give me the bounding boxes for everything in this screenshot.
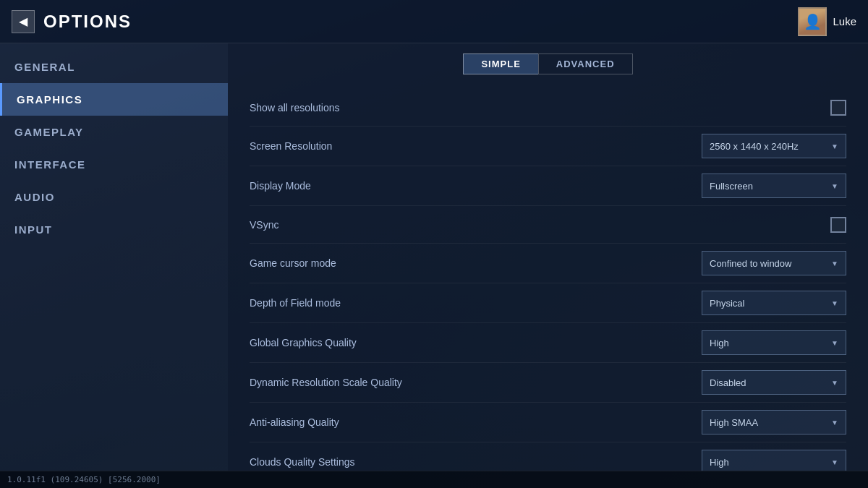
username-label: Luke <box>833 15 856 27</box>
setting-control-global-graphics: High ▼ <box>702 330 846 355</box>
dropdown-value-depth-of-field: Physical <box>710 298 744 309</box>
dropdown-depth-of-field[interactable]: Physical ▼ <box>702 291 846 315</box>
avatar <box>798 7 827 36</box>
sidebar-item-input[interactable]: INPUT <box>0 213 228 246</box>
setting-control-screen-resolution: 2560 x 1440 x 240Hz ▼ <box>702 134 846 158</box>
dropdown-clouds-quality[interactable]: High ▼ <box>702 450 846 471</box>
status-bar: 1.0.11f1 (109.24605) [5256.2000] <box>0 471 868 488</box>
setting-row-screen-resolution: Screen Resolution 2560 x 1440 x 240Hz ▼ <box>250 127 846 166</box>
setting-row-display-mode: Display Mode Fullscreen ▼ <box>250 166 846 206</box>
setting-row-clouds-quality: Clouds Quality Settings High ▼ <box>250 442 846 471</box>
chevron-down-icon: ▼ <box>831 458 838 466</box>
status-text: 1.0.11f1 (109.24605) [5256.2000] <box>7 475 161 484</box>
dropdown-value-clouds-quality: High <box>710 457 729 468</box>
avatar-image <box>799 9 825 35</box>
top-bar: ◀ OPTIONS Luke <box>0 0 868 43</box>
setting-label-display-mode: Display Mode <box>250 180 702 192</box>
checkbox-show-resolutions[interactable] <box>830 100 846 116</box>
sidebar-item-interface[interactable]: INTERFACE <box>0 148 228 181</box>
setting-control-clouds-quality: High ▼ <box>702 450 846 471</box>
page-title: OPTIONS <box>43 12 132 32</box>
setting-control-game-cursor: Confined to window ▼ <box>702 251 846 275</box>
chevron-down-icon: ▼ <box>831 299 838 307</box>
user-info: Luke <box>798 7 856 36</box>
sidebar-item-graphics[interactable]: GRAPHICS <box>0 83 228 116</box>
setting-row-depth-of-field: Depth of Field mode Physical ▼ <box>250 283 846 323</box>
back-button[interactable]: ◀ <box>12 10 35 33</box>
dropdown-value-game-cursor: Confined to window <box>710 258 791 269</box>
setting-row-vsync: VSync <box>250 206 846 244</box>
dropdown-anti-aliasing[interactable]: High SMAA ▼ <box>702 410 846 435</box>
setting-row-dynamic-resolution: Dynamic Resolution Scale Quality Disable… <box>250 363 846 403</box>
setting-label-global-graphics: Global Graphics Quality <box>250 337 702 348</box>
chevron-down-icon: ▼ <box>831 260 838 267</box>
setting-row-anti-aliasing: Anti-aliasing Quality High SMAA ▼ <box>250 403 846 442</box>
setting-label-anti-aliasing: Anti-aliasing Quality <box>250 416 702 428</box>
setting-label-dynamic-resolution: Dynamic Resolution Scale Quality <box>250 377 702 388</box>
setting-row-global-graphics: Global Graphics Quality High ▼ <box>250 323 846 363</box>
back-icon: ◀ <box>19 14 27 28</box>
dropdown-value-screen-resolution: 2560 x 1440 x 240Hz <box>710 141 799 152</box>
main-content: GENERAL GRAPHICS GAMEPLAY INTERFACE AUDI… <box>0 43 868 471</box>
setting-label-show-resolutions: Show all resolutions <box>250 102 830 114</box>
setting-control-anti-aliasing: High SMAA ▼ <box>702 410 846 435</box>
tab-bar: SIMPLE ADVANCED <box>228 43 868 82</box>
setting-row-show-resolutions: Show all resolutions <box>250 89 846 127</box>
dropdown-value-global-graphics: High <box>710 338 729 348</box>
dropdown-game-cursor[interactable]: Confined to window ▼ <box>702 251 846 275</box>
chevron-down-icon: ▼ <box>831 379 838 387</box>
setting-control-depth-of-field: Physical ▼ <box>702 291 846 315</box>
sidebar-item-audio[interactable]: AUDIO <box>0 181 228 213</box>
dropdown-global-graphics[interactable]: High ▼ <box>702 330 846 355</box>
sidebar-item-general[interactable]: GENERAL <box>0 51 228 83</box>
setting-control-dynamic-resolution: Disabled ▼ <box>702 370 846 395</box>
chevron-down-icon: ▼ <box>831 419 838 427</box>
dropdown-screen-resolution[interactable]: 2560 x 1440 x 240Hz ▼ <box>702 134 846 158</box>
setting-control-show-resolutions <box>830 100 846 116</box>
chevron-down-icon: ▼ <box>831 339 838 347</box>
setting-label-game-cursor: Game cursor mode <box>250 257 702 269</box>
dropdown-value-anti-aliasing: High SMAA <box>710 417 758 428</box>
chevron-down-icon: ▼ <box>831 182 838 190</box>
setting-label-depth-of-field: Depth of Field mode <box>250 297 702 309</box>
sidebar: GENERAL GRAPHICS GAMEPLAY INTERFACE AUDI… <box>0 43 228 471</box>
checkbox-vsync[interactable] <box>830 217 846 233</box>
settings-content: Show all resolutions Screen Resolution 2… <box>228 82 868 471</box>
setting-row-game-cursor: Game cursor mode Confined to window ▼ <box>250 244 846 283</box>
setting-label-screen-resolution: Screen Resolution <box>250 140 702 152</box>
setting-label-clouds-quality: Clouds Quality Settings <box>250 456 702 468</box>
sidebar-item-gameplay[interactable]: GAMEPLAY <box>0 116 228 148</box>
tab-advanced[interactable]: ADVANCED <box>538 53 633 74</box>
chevron-down-icon: ▼ <box>831 142 838 150</box>
dropdown-dynamic-resolution[interactable]: Disabled ▼ <box>702 370 846 395</box>
dropdown-display-mode[interactable]: Fullscreen ▼ <box>702 174 846 198</box>
setting-control-display-mode: Fullscreen ▼ <box>702 174 846 198</box>
dropdown-value-display-mode: Fullscreen <box>710 181 753 192</box>
tab-simple[interactable]: SIMPLE <box>463 53 537 74</box>
dropdown-value-dynamic-resolution: Disabled <box>710 377 746 388</box>
right-panel: SIMPLE ADVANCED Show all resolutions Scr… <box>228 43 868 471</box>
setting-label-vsync: VSync <box>250 219 830 231</box>
setting-control-vsync <box>830 217 846 233</box>
